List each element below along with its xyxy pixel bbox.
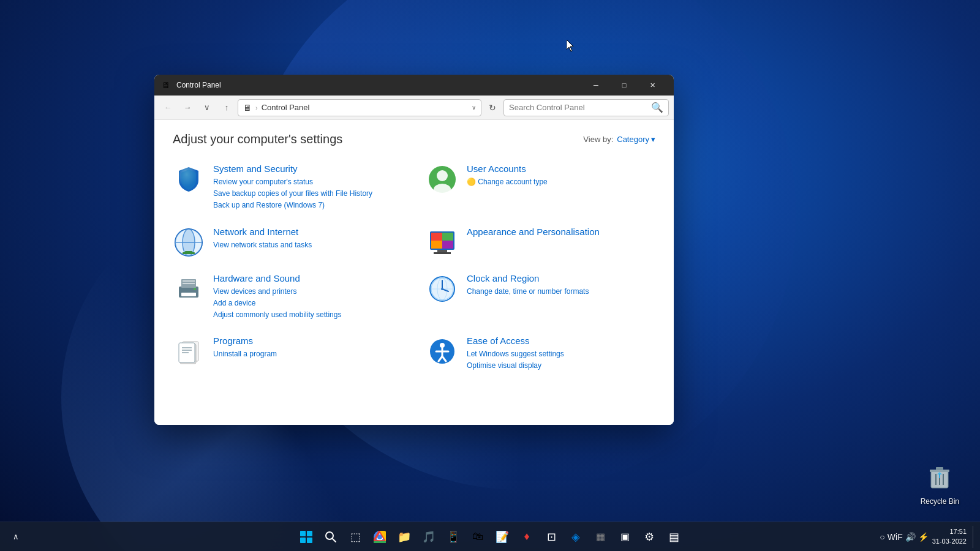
window-controls: ─ □ ✕ bbox=[582, 75, 666, 96]
dropdown-button[interactable]: ∨ bbox=[198, 99, 216, 116]
network-icon bbox=[173, 227, 205, 258]
ease-link-1[interactable]: Let Windows suggest settings bbox=[467, 348, 655, 360]
taskbar-show-desktop[interactable] bbox=[973, 526, 975, 548]
control-panel-window: 🖥 Control Panel ─ □ ✕ ← → ∨ ↑ 🖥 › Contro… bbox=[154, 75, 674, 425]
tray-icon-wifi[interactable]: WiF bbox=[888, 532, 903, 542]
search-input[interactable] bbox=[509, 103, 649, 112]
view-by-label: View by: bbox=[583, 135, 613, 144]
system-security-link-3[interactable]: Back up and Restore (Windows 7) bbox=[213, 200, 402, 211]
user-accounts-link-1[interactable]: 🟡 Change account type bbox=[467, 176, 655, 188]
ease-link-2[interactable]: Optimise visual display bbox=[467, 360, 655, 372]
desktop: 🖥 Control Panel ─ □ ✕ ← → ∨ ↑ 🖥 › Contro… bbox=[0, 0, 980, 551]
up-button[interactable]: ↑ bbox=[218, 99, 235, 116]
taskbar-vscode-icon[interactable]: ◈ bbox=[565, 526, 587, 548]
tray-icon-battery[interactable]: ⚡ bbox=[918, 532, 929, 542]
taskbar-spotify-icon[interactable]: 🎵 bbox=[418, 526, 440, 548]
svg-rect-49 bbox=[300, 531, 306, 536]
taskbar-app-red[interactable]: ♦ bbox=[516, 526, 538, 548]
hardware-link-1[interactable]: View devices and printers bbox=[213, 286, 402, 298]
taskbar: ∧ ⬚ bbox=[0, 522, 980, 551]
programs-link-1[interactable]: Uninstall a program bbox=[213, 348, 402, 360]
clock-link-1[interactable]: Change date, time or number formats bbox=[467, 286, 655, 298]
category-ease: Ease of Access Let Windows suggest setti… bbox=[426, 333, 655, 374]
svg-line-54 bbox=[333, 538, 336, 542]
programs-content: Programs Uninstall a program bbox=[213, 335, 402, 360]
taskbar-lastapp-icon[interactable]: ▤ bbox=[663, 526, 685, 548]
clock-icon bbox=[426, 273, 458, 305]
svg-rect-16 bbox=[437, 250, 447, 252]
taskbar-center: ⬚ 📁 🎵 📱 🛍 📝 ♦ ⊡ ◈ ▦ ▣ ⚙ ▤ bbox=[295, 526, 685, 548]
hardware-content: Hardware and Sound View devices and prin… bbox=[213, 273, 402, 321]
programs-title[interactable]: Programs bbox=[213, 335, 402, 346]
address-dropdown-arrow[interactable]: ∨ bbox=[472, 104, 476, 111]
network-title[interactable]: Network and Internet bbox=[213, 227, 402, 237]
user-accounts-title[interactable]: User Accounts bbox=[467, 163, 655, 174]
taskbar-chrome-icon[interactable] bbox=[369, 526, 391, 548]
window-title: Control Panel bbox=[176, 81, 582, 89]
system-security-content: System and Security Review your computer… bbox=[213, 163, 402, 212]
taskbar-store-icon[interactable]: 🛍 bbox=[467, 526, 489, 548]
maximize-button[interactable]: □ bbox=[610, 75, 638, 96]
svg-rect-9 bbox=[183, 252, 195, 254]
system-security-title[interactable]: System and Security bbox=[213, 163, 402, 174]
hardware-title[interactable]: Hardware and Sound bbox=[213, 273, 402, 283]
address-text: Control Panel bbox=[262, 103, 310, 112]
page-title: Adjust your computer's settings bbox=[173, 132, 342, 146]
search-box[interactable]: 🔍 bbox=[503, 99, 669, 116]
recycle-bin-desktop-icon[interactable]: Recycle Bin bbox=[918, 460, 962, 508]
network-content: Network and Internet View network status… bbox=[213, 227, 402, 251]
category-system-security: System and Security Review your computer… bbox=[173, 161, 402, 214]
ease-content: Ease of Access Let Windows suggest setti… bbox=[467, 335, 655, 372]
taskbar-app-grid[interactable]: ▦ bbox=[589, 526, 611, 548]
taskbar-clock[interactable]: 17:51 31-03-2022 bbox=[932, 527, 967, 546]
category-appearance: Appearance and Personalisation bbox=[426, 224, 655, 261]
svg-rect-45 bbox=[936, 467, 943, 470]
network-link-1[interactable]: View network status and tasks bbox=[213, 239, 402, 251]
close-button[interactable]: ✕ bbox=[638, 75, 666, 96]
taskbar-stats-icon[interactable]: ▣ bbox=[614, 526, 636, 548]
hardware-link-2[interactable]: Add a device bbox=[213, 298, 402, 309]
minimize-button[interactable]: ─ bbox=[582, 75, 610, 96]
system-tray: ○ WiF 🔊 ⚡ bbox=[880, 532, 928, 542]
category-network: Network and Internet View network status… bbox=[173, 224, 402, 261]
window-icon: 🖥 bbox=[162, 80, 172, 90]
svg-rect-17 bbox=[434, 252, 451, 254]
search-icon: 🔍 bbox=[651, 102, 663, 113]
ease-title[interactable]: Ease of Access bbox=[467, 335, 655, 346]
title-bar: 🖥 Control Panel ─ □ ✕ bbox=[154, 75, 674, 96]
category-hardware: Hardware and Sound View devices and prin… bbox=[173, 271, 402, 324]
taskbar-app-box[interactable]: ⊡ bbox=[540, 526, 562, 548]
address-separator: › bbox=[255, 104, 258, 111]
svg-rect-14 bbox=[431, 241, 442, 249]
view-by-dropdown[interactable]: Category ▾ bbox=[617, 135, 655, 144]
svg-point-23 bbox=[194, 288, 196, 290]
taskbar-show-hidden[interactable]: ∧ bbox=[5, 526, 27, 548]
svg-rect-15 bbox=[442, 241, 453, 249]
taskbar-taskview-button[interactable]: ⬚ bbox=[344, 526, 366, 548]
svg-rect-52 bbox=[307, 538, 312, 543]
system-security-icon bbox=[173, 163, 205, 195]
programs-icon bbox=[173, 335, 205, 367]
address-bar[interactable]: 🖥 › Control Panel ∨ bbox=[238, 99, 481, 116]
refresh-button[interactable]: ↻ bbox=[484, 99, 501, 116]
taskbar-explorer-icon[interactable]: 📁 bbox=[393, 526, 415, 548]
taskbar-notepad-icon[interactable]: 📝 bbox=[491, 526, 513, 548]
appearance-title[interactable]: Appearance and Personalisation bbox=[467, 227, 655, 237]
user-accounts-icon bbox=[426, 163, 458, 195]
taskbar-start-button[interactable] bbox=[295, 526, 317, 548]
tray-icon-1[interactable]: ○ bbox=[880, 532, 884, 542]
hardware-icon bbox=[173, 273, 205, 305]
taskbar-search-button[interactable] bbox=[320, 526, 342, 548]
recycle-bin-icon bbox=[926, 462, 953, 495]
system-security-link-1[interactable]: Review your computer's status bbox=[213, 176, 402, 188]
clock-title[interactable]: Clock and Region bbox=[467, 273, 655, 283]
hardware-link-3[interactable]: Adjust commonly used mobility settings bbox=[213, 309, 402, 321]
tray-icon-volume[interactable]: 🔊 bbox=[905, 532, 916, 542]
user-accounts-content: User Accounts 🟡 Change account type bbox=[467, 163, 655, 188]
taskbar-phone-icon[interactable]: 📱 bbox=[442, 526, 464, 548]
back-button[interactable]: ← bbox=[159, 99, 176, 116]
forward-button[interactable]: → bbox=[179, 99, 196, 116]
system-security-link-2[interactable]: Save backup copies of your files with Fi… bbox=[213, 188, 402, 200]
view-by-control: View by: Category ▾ bbox=[583, 135, 655, 144]
taskbar-settings-icon[interactable]: ⚙ bbox=[638, 526, 660, 548]
